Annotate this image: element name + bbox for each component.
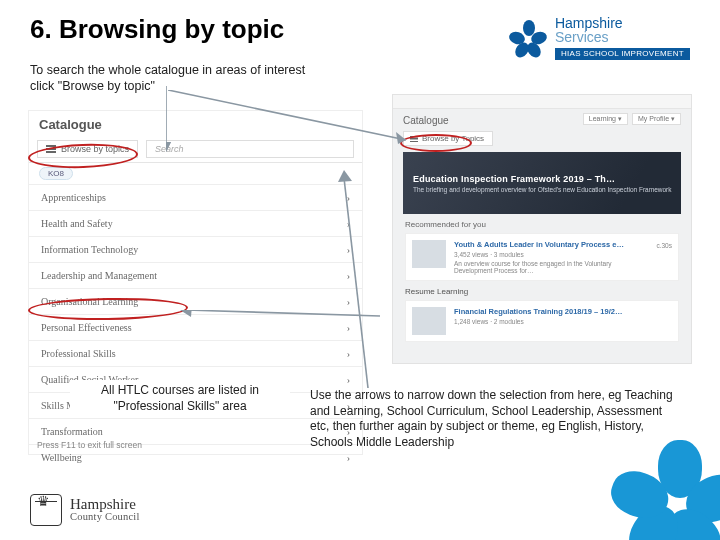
- thumbnail: [412, 240, 446, 268]
- learning-menu[interactable]: Learning ▾: [583, 113, 628, 125]
- intro-text: To search the whole catalogue in areas o…: [30, 62, 320, 95]
- topic-item[interactable]: Professional Skills›: [29, 340, 362, 366]
- chevron-right-icon: ›: [347, 270, 350, 281]
- pinwheel-icon: [511, 20, 547, 56]
- footer-note: Press F11 to exit full screen: [37, 440, 142, 450]
- recommended-heading: Recommended for you: [405, 220, 679, 229]
- rec-minutes: c.30s: [656, 242, 672, 274]
- caption-left: All HTLC courses are listed in "Professi…: [70, 380, 290, 417]
- rec-desc: An overview course for those engaged in …: [454, 260, 648, 274]
- slide-title: 6. Browsing by topic: [30, 14, 284, 45]
- filter-tag[interactable]: KO8: [39, 167, 73, 180]
- resume-heading: Resume Learning: [405, 287, 679, 296]
- catalogue-heading: Catalogue: [29, 111, 362, 136]
- hero-banner[interactable]: Education Inspection Framework 2019 – Th…: [403, 152, 681, 214]
- topic-item[interactable]: Health and Safety›: [29, 210, 362, 236]
- logo-line1: Hampshire: [555, 16, 690, 30]
- logo-bl-line2: County Council: [70, 512, 140, 523]
- annotation-oval-browse-right: [400, 134, 472, 152]
- topic-item[interactable]: Apprenticeships›: [29, 184, 362, 210]
- topic-item[interactable]: Leadership and Management›: [29, 262, 362, 288]
- chevron-right-icon: ›: [347, 244, 350, 255]
- rec-title: Youth & Adults Leader in Voluntary Proce…: [454, 240, 648, 249]
- crest-icon: [30, 494, 62, 526]
- logo-bl-line1: Hampshire: [70, 497, 140, 512]
- chevron-right-icon: ›: [347, 322, 350, 333]
- profile-menu[interactable]: My Profile ▾: [632, 113, 681, 125]
- chevron-right-icon: ›: [347, 452, 350, 463]
- chevron-right-icon: ›: [347, 192, 350, 203]
- hampshire-services-logo: Hampshire Services HIAS SCHOOL IMPROVEME…: [511, 16, 690, 60]
- chevron-right-icon: ›: [347, 218, 350, 229]
- recommendation-card[interactable]: Youth & Adults Leader in Voluntary Proce…: [405, 233, 679, 281]
- chevron-right-icon: ›: [347, 374, 350, 385]
- rec-title: Financial Regulations Training 2018/19 –…: [454, 307, 672, 316]
- chevron-right-icon: ›: [347, 348, 350, 359]
- hero-subtitle: The briefing and development overview fo…: [413, 186, 681, 193]
- search-input[interactable]: Search: [146, 140, 354, 158]
- county-council-logo: Hampshire County Council: [30, 494, 140, 526]
- chevron-right-icon: ›: [347, 296, 350, 307]
- topic-item[interactable]: Information Technology›: [29, 236, 362, 262]
- recommendation-card[interactable]: Financial Regulations Training 2018/19 –…: [405, 300, 679, 342]
- rec-meta: 3,452 views · 3 modules: [454, 251, 648, 258]
- logo-badge: HIAS SCHOOL IMPROVEMENT: [555, 48, 690, 60]
- thumbnail: [412, 307, 446, 335]
- logo-line2: Services: [555, 30, 690, 44]
- hero-title: Education Inspection Framework 2019 – Th…: [413, 174, 681, 184]
- decorative-pinwheel-icon: [620, 440, 720, 540]
- rec-meta: 1,248 views · 2 modules: [454, 318, 672, 325]
